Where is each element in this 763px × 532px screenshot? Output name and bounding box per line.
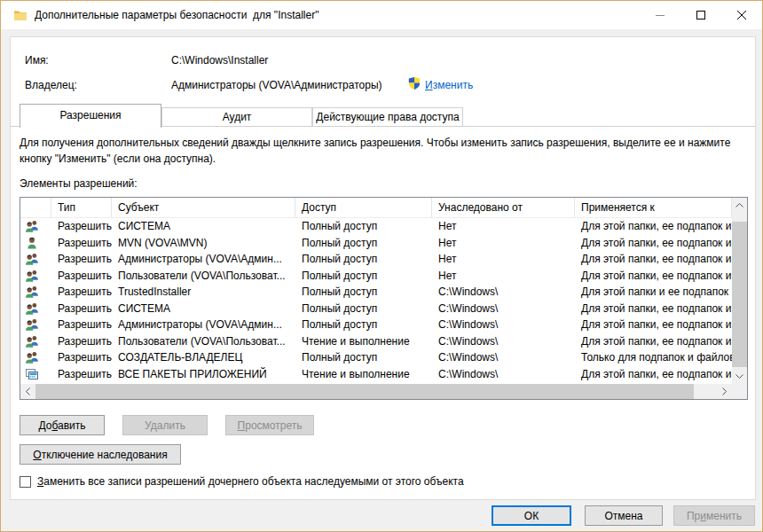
cell-applies-to: Для этой папки, ее подпапок и файлов xyxy=(575,301,732,317)
replace-permissions-row: Заменить все записи разрешений дочернего… xyxy=(20,475,464,488)
main-panel: Имя: C:\Windows\Installer Владелец: Адми… xyxy=(10,36,756,500)
cell-inherited-from: Нет xyxy=(432,251,575,268)
cell-principal: СИСТЕМА xyxy=(112,301,295,317)
cell-applies-to: Только для подпапок и файлов xyxy=(575,349,732,366)
replace-permissions-checkbox[interactable] xyxy=(20,476,31,488)
ok-button[interactable]: ОК xyxy=(492,505,571,526)
name-value: C:\Windows\Installer xyxy=(171,54,268,66)
titlebar: Дополнительные параметры безопасности дл… xyxy=(1,1,762,29)
cell-type: Разрешить xyxy=(51,366,112,383)
column-header-applies-to[interactable]: Применяется к xyxy=(575,198,732,218)
acl-rows: Разрешить СИСТЕМА Полный доступ Нет Для … xyxy=(20,218,732,384)
horizontal-scrollbar-thumb[interactable] xyxy=(35,384,694,399)
owner-value: Администраторы (VOVA\Администраторы) xyxy=(171,79,382,91)
folder-icon xyxy=(13,8,28,22)
add-button[interactable]: Добавить xyxy=(20,415,105,435)
cell-inherited-from: Нет xyxy=(432,218,575,235)
cell-inherited-from: Нет xyxy=(432,268,575,285)
table-row[interactable]: Разрешить Пользователи (VOVA\Пользоват..… xyxy=(20,333,732,350)
table-row[interactable]: Разрешить Администраторы (VOVA\Админ... … xyxy=(20,251,732,268)
cell-principal: ВСЕ ПАКЕТЫ ПРИЛОЖЕНИЙ xyxy=(112,366,295,383)
table-row[interactable]: Разрешить Администраторы (VOVA\Админ... … xyxy=(20,317,732,333)
app-package-icon xyxy=(25,367,39,381)
cell-applies-to: Для этой папки, ее подпапок и файлов xyxy=(575,218,732,235)
cell-type: Разрешить xyxy=(51,301,112,317)
group-icon xyxy=(25,285,39,299)
table-row[interactable]: Разрешить СИСТЕМА Полный доступ Нет Для … xyxy=(20,218,732,235)
vertical-scrollbar-thumb[interactable] xyxy=(732,222,747,367)
cell-principal: Администраторы (VOVA\Админ... xyxy=(112,251,295,268)
maximize-button[interactable] xyxy=(680,1,721,29)
cell-applies-to: Для этой папки, ее подпапок и файлов xyxy=(575,268,732,285)
cell-access: Полный доступ xyxy=(295,317,432,333)
change-owner-link[interactable]: Изменить xyxy=(425,79,473,91)
group-icon xyxy=(25,301,39,316)
cell-type: Разрешить xyxy=(51,349,112,366)
view-button[interactable]: Просмотреть xyxy=(225,415,314,435)
cell-access: Чтение и выполнение xyxy=(295,366,432,383)
horizontal-scrollbar[interactable] xyxy=(20,384,732,399)
group-icon xyxy=(25,252,39,266)
cell-access: Чтение и выполнение xyxy=(295,333,432,350)
vertical-scrollbar[interactable] xyxy=(732,198,747,384)
cell-inherited-from: C:\Windows\ xyxy=(432,284,575,301)
table-row[interactable]: Разрешить MVN (VOVA\MVN) Полный доступ Н… xyxy=(20,235,732,252)
cell-type: Разрешить xyxy=(51,268,112,285)
permissions-description: Для получения дополнительных сведений дв… xyxy=(20,135,735,167)
permission-entries-table: Тип Субъект Доступ Унаследовано от Приме… xyxy=(20,197,748,400)
tab-audit[interactable]: Аудит xyxy=(161,107,312,127)
user-icon xyxy=(25,236,39,250)
group-icon xyxy=(25,317,39,332)
scroll-down-arrow-icon[interactable] xyxy=(732,369,747,384)
column-header-type[interactable]: Тип xyxy=(51,198,112,218)
owner-label: Владелец: xyxy=(25,79,77,91)
cell-applies-to: Для этой папки, ее подпапок и файлов xyxy=(575,235,732,252)
window-controls xyxy=(640,1,762,29)
cell-applies-to: Для этой папки, ее подпапок и файлов xyxy=(575,366,732,383)
minimize-icon xyxy=(656,11,665,20)
scroll-right-arrow-icon[interactable] xyxy=(717,384,732,399)
tab-permissions[interactable]: Разрешения xyxy=(20,104,161,128)
cancel-button[interactable]: Отмена xyxy=(585,505,663,526)
cell-type: Разрешить xyxy=(51,284,112,301)
scroll-left-arrow-icon[interactable] xyxy=(20,384,35,399)
cell-inherited-from: C:\Windows\ xyxy=(432,349,575,366)
cell-inherited-from: C:\Windows\ xyxy=(432,301,575,317)
scrollbar-corner xyxy=(732,384,747,399)
column-header-access[interactable]: Доступ xyxy=(295,198,432,218)
footer: ОК Отмена Применить xyxy=(1,500,762,531)
maximize-icon xyxy=(696,11,705,20)
cell-type: Разрешить xyxy=(51,333,112,350)
cell-inherited-from: C:\Windows\ xyxy=(432,366,575,383)
close-button[interactable] xyxy=(721,1,762,29)
cell-type: Разрешить xyxy=(51,317,112,333)
scroll-up-arrow-icon[interactable] xyxy=(732,198,747,213)
table-row[interactable]: Разрешить ВСЕ ПАКЕТЫ ПРИЛОЖЕНИЙ Чтение и… xyxy=(20,366,732,383)
cell-applies-to: Для этой папки и ее подпапок xyxy=(575,284,732,301)
group-icon xyxy=(25,219,39,233)
replace-permissions-label: Заменить все записи разрешений дочернего… xyxy=(37,475,464,488)
apply-button[interactable]: Применить xyxy=(673,505,755,526)
table-row[interactable]: Разрешить Пользователи (VOVA\Пользоват..… xyxy=(20,268,732,285)
table-row[interactable]: Разрешить СИСТЕМА Полный доступ C:\Windo… xyxy=(20,301,732,317)
cell-applies-to: Для этой папки, ее подпапок и файлов xyxy=(575,251,732,268)
tab-effective-access[interactable]: Действующие права доступа xyxy=(312,107,463,127)
cell-access: Полный доступ xyxy=(295,268,432,285)
remove-button[interactable]: Удалить xyxy=(122,415,208,435)
column-header-icon[interactable] xyxy=(20,198,51,218)
name-label: Имя: xyxy=(25,54,49,66)
cell-inherited-from: Нет xyxy=(432,235,575,252)
cell-inherited-from: C:\Windows\ xyxy=(432,333,575,350)
cell-principal: Администраторы (VOVA\Админ... xyxy=(112,317,295,333)
minimize-button[interactable] xyxy=(640,1,680,29)
window-title: Дополнительные параметры безопасности дл… xyxy=(35,9,319,21)
cell-access: Полный доступ xyxy=(295,349,432,366)
disable-inheritance-button[interactable]: Отключение наследования xyxy=(20,444,181,465)
group-icon xyxy=(25,334,39,348)
table-row[interactable]: Разрешить TrustedInstaller Полный доступ… xyxy=(20,284,732,301)
column-header-inherited-from[interactable]: Унаследовано от xyxy=(432,198,575,218)
column-header-principal[interactable]: Субъект xyxy=(112,198,295,218)
close-icon xyxy=(737,11,746,20)
table-row[interactable]: Разрешить СОЗДАТЕЛЬ-ВЛАДЕЛЕЦ Полный дост… xyxy=(20,349,732,366)
cell-type: Разрешить xyxy=(51,235,112,252)
